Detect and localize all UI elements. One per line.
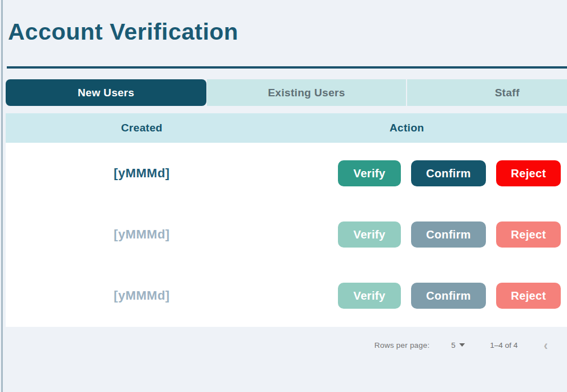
verify-button-disabled[interactable]: Verify — [338, 221, 401, 248]
created-date-value: [yMMMd] — [6, 288, 278, 303]
pagination-range: 1–4 of 4 — [490, 341, 518, 350]
table-row: [yMMMd] Verify Confirm Reject — [6, 143, 567, 204]
row-actions: Verify Confirm Reject — [278, 160, 567, 186]
tab-existing-users-label: Existing Users — [268, 87, 345, 99]
verify-button-disabled[interactable]: Verify — [338, 283, 401, 309]
confirm-button[interactable]: Confirm — [411, 160, 486, 186]
tab-bar: New Users Existing Users Staff — [6, 79, 567, 106]
row-actions: Verify Confirm Reject — [278, 221, 567, 248]
tab-new-users-label: New Users — [78, 87, 134, 99]
table-body: [yMMMd] Verify Confirm Reject [yMMMd] Ve… — [6, 143, 567, 327]
left-edge-scroll-line — [1, 0, 3, 392]
confirm-button-disabled[interactable]: Confirm — [411, 283, 486, 309]
column-header-created: Created — [6, 122, 278, 134]
title-divider — [7, 66, 567, 69]
page-title: Account Verification — [8, 19, 238, 45]
reject-button-disabled[interactable]: Reject — [496, 221, 561, 248]
created-date-value: [yMMMd] — [6, 166, 278, 181]
previous-page-icon[interactable]: ‹ — [544, 338, 548, 352]
rows-per-page-select[interactable]: 5 — [451, 341, 466, 350]
tab-new-users[interactable]: New Users — [6, 79, 206, 106]
table-row: [yMMMd] Verify Confirm Reject — [6, 204, 567, 265]
reject-button[interactable]: Reject — [496, 160, 561, 186]
reject-button-disabled[interactable]: Reject — [496, 283, 561, 309]
tab-existing-users[interactable]: Existing Users — [207, 79, 406, 106]
row-actions: Verify Confirm Reject — [278, 283, 567, 309]
created-date-value: [yMMMd] — [6, 227, 278, 242]
table-row: [yMMMd] Verify Confirm Reject — [6, 265, 567, 326]
rows-per-page-value: 5 — [451, 341, 456, 350]
account-verification-page: Account Verification New Users Existing … — [0, 0, 567, 392]
pagination-bar: Rows per page: 5 1–4 of 4 ‹ — [0, 336, 567, 353]
tab-staff-label: Staff — [495, 87, 520, 99]
tab-staff[interactable]: Staff — [407, 79, 567, 106]
caret-down-icon — [459, 343, 465, 347]
verify-button[interactable]: Verify — [338, 160, 401, 186]
rows-per-page-label: Rows per page: — [374, 341, 429, 350]
column-header-action: Action — [278, 122, 536, 134]
confirm-button-disabled[interactable]: Confirm — [411, 221, 486, 248]
table-header-row: Created Action — [6, 113, 567, 143]
